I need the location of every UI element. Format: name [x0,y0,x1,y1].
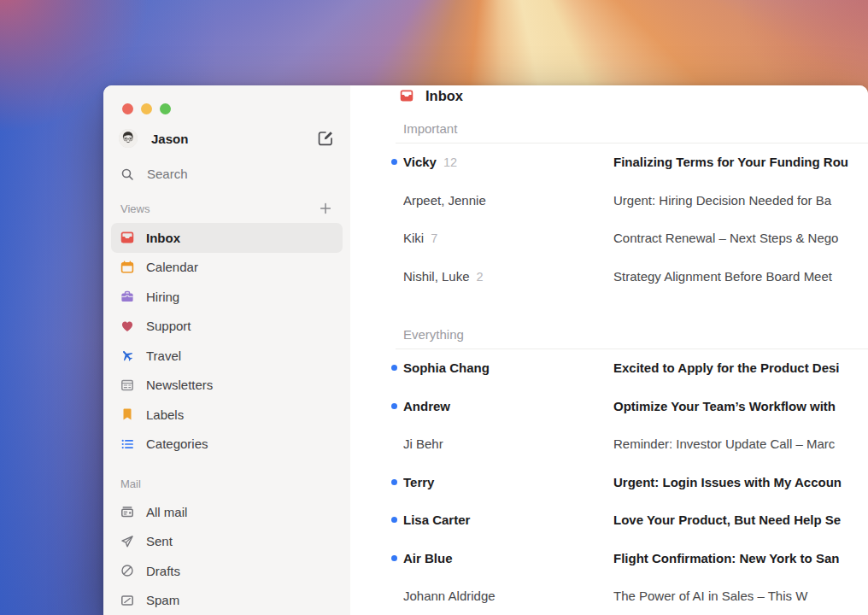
bookmark-icon [120,407,134,421]
email-sender: Air Blue [403,551,613,565]
email-row[interactable]: Vicky12Finalizing Terms for Your Funding… [350,144,868,182]
email-row[interactable]: AndrewOptimize Your Team’s Workflow with [350,387,868,425]
sidebar-item-all-mail[interactable]: All mail [111,497,343,527]
sidebar-item-label: Sent [146,534,173,548]
sidebar-item-calendar[interactable]: Calendar [111,253,343,283]
sidebar-item-categories[interactable]: Categories [111,430,343,460]
unread-indicator-column [391,479,403,485]
list-header: Inbox [350,85,868,107]
spam-icon [120,594,134,607]
sidebar-section-label: Views [120,202,319,215]
unread-indicator-column [391,403,403,409]
inbox-icon [400,89,413,102]
sidebar-item-label: Newsletters [146,378,213,392]
draft-icon [120,564,134,577]
thread-count: 12 [443,155,457,169]
thread-count: 7 [431,231,437,245]
sidebar-section-label: Mail [120,477,332,490]
sidebar: Jason Search ViewsInboxCalendarHiringSup… [103,85,350,615]
email-sender: Terry [403,475,613,489]
newspaper-icon [120,378,134,392]
sidebar-item-sent[interactable]: Sent [111,527,343,557]
email-sender: Andrew [403,399,613,413]
email-subject: Reminder: Investor Update Call – Marc [613,436,868,451]
email-sender: Lisa Carter [403,512,613,527]
list-icon [120,437,134,451]
sidebar-item-newsletters[interactable]: Newsletters [111,371,343,401]
sidebar-item-label: Travel [146,348,181,363]
email-subject: Flight Confirmation: New York to San [613,551,868,565]
email-subject: Urgent: Hiring Decision Needed for Ba [613,193,868,208]
inbox-icon [120,231,134,244]
sidebar-item-label: Spam [146,593,179,607]
briefcase-icon [120,290,134,303]
add-view-button[interactable] [319,202,332,215]
email-subject: Love Your Product, But Need Help Se [613,512,868,527]
close-button[interactable] [122,103,133,114]
sidebar-item-spam[interactable]: Spam [111,586,343,615]
account-name: Jason [151,132,317,146]
email-sender: Nishil, Luke2 [403,269,613,284]
sidebar-item-inbox[interactable]: Inbox [111,223,343,253]
email-row[interactable]: Lisa CarterLove Your Product, But Need H… [350,501,868,540]
sidebar-item-label: Drafts [146,564,180,578]
thread-count: 2 [477,270,484,284]
email-row[interactable]: Johann AldridgeThe Power of AI in Sales … [350,577,868,615]
email-row[interactable]: Air BlueFlight Confirmation: New York to… [350,539,868,577]
sidebar-item-label: Calendar [146,260,198,274]
minimize-button[interactable] [141,103,152,114]
email-subject: The Power of AI in Sales – This W [613,589,868,603]
sidebar-section-header-views: Views [103,196,350,220]
unread-dot [391,479,397,485]
unread-dot [391,403,397,409]
unread-indicator-column [391,555,403,561]
sidebar-item-drafts[interactable]: Drafts [111,556,343,586]
unread-indicator-column [391,365,403,371]
list-section-label: Important [403,121,457,136]
search-input[interactable]: Search [103,166,350,182]
email-sender: Arpeet, Jennie [403,193,613,208]
mail-list-pane: Inbox ImportantVicky12Finalizing Terms f… [350,85,868,615]
email-row[interactable]: Sophia ChangExcited to Apply for the Pro… [350,349,868,388]
list-section-header-important: Important [350,107,868,143]
plane-icon [120,348,134,362]
email-sender: Johann Aldridge [403,589,613,603]
unread-dot [391,517,397,523]
unread-dot [391,365,397,371]
email-subject: Optimize Your Team’s Workflow with [613,399,868,413]
email-subject: Finalizing Terms for Your Funding Rou [613,155,868,169]
sidebar-item-label: Hiring [146,290,179,304]
search-icon [120,167,134,181]
zoom-button[interactable] [160,103,171,114]
email-subject: Excited to Apply for the Product Desi [613,360,868,375]
compose-icon[interactable] [317,130,334,147]
sidebar-item-travel[interactable]: Travel [111,341,343,371]
unread-dot [391,555,397,561]
email-subject: Strategy Alignment Before Board Meet [613,269,868,284]
all-mail-icon [120,505,134,518]
account-row: Jason [103,129,350,148]
search-placeholder: Search [147,167,188,181]
sidebar-item-hiring[interactable]: Hiring [111,282,343,312]
email-row[interactable]: Nishil, Luke2Strategy Alignment Before B… [350,257,868,296]
email-row[interactable]: Kiki7Contract Renewal – Next Steps & Neg… [350,220,868,258]
window-controls [103,85,350,114]
heart-icon [120,319,134,333]
desktop-wallpaper: Jason Search ViewsInboxCalendarHiringSup… [0,0,868,615]
unread-indicator-column [391,517,403,523]
email-subject: Contract Renewal – Next Steps & Nego [613,231,868,245]
avatar [119,129,138,148]
unread-indicator-column [391,159,403,165]
email-row[interactable]: Ji BehrReminder: Investor Update Call – … [350,425,868,464]
sidebar-section-header-mail: Mail [103,472,350,495]
calendar-icon [120,261,134,274]
sidebar-item-label: Labels [146,407,184,422]
sidebar-item-label: Support [146,319,191,333]
sidebar-item-support[interactable]: Support [111,312,343,342]
sidebar-item-label: Inbox [146,231,180,245]
email-sender: Sophia Chang [403,360,613,375]
email-row[interactable]: TerryUrgent: Login Issues with My Accoun [350,463,868,501]
list-section-label: Everything [403,327,464,342]
sidebar-item-labels[interactable]: Labels [111,400,343,430]
email-row[interactable]: Arpeet, JennieUrgent: Hiring Decision Ne… [350,181,868,220]
